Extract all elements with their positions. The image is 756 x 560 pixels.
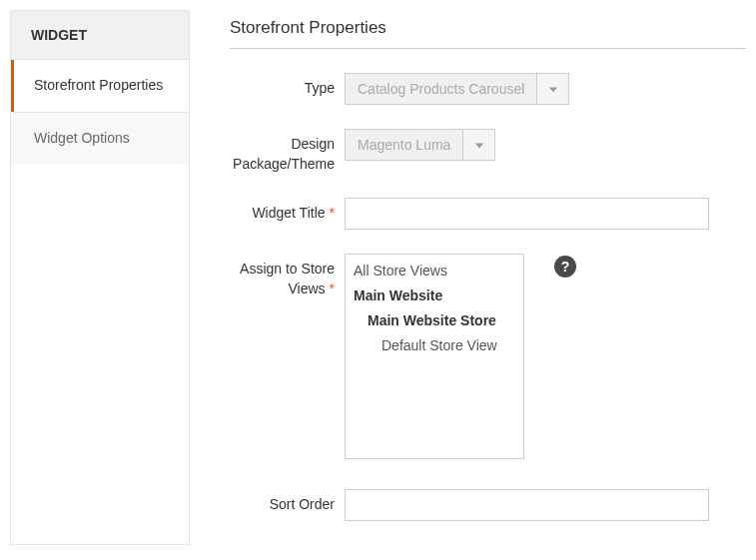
select-type[interactable]: Catalog Products Carousel <box>345 73 569 105</box>
sidebar-tab-widget-options[interactable]: Widget Options <box>11 112 189 165</box>
select-type-value: Catalog Products Carousel <box>346 74 536 104</box>
input-sort-order[interactable] <box>345 489 709 521</box>
chevron-down-icon <box>549 81 557 97</box>
sidebar-header: WIDGET <box>11 11 189 60</box>
field-row-type: Type Catalog Products Carousel <box>230 73 746 105</box>
help-icon[interactable]: ? <box>554 256 576 278</box>
label-widget-title: Widget Title* <box>230 198 345 224</box>
listbox-store-views[interactable]: All Store Views Main Website Main Websit… <box>345 254 524 459</box>
select-theme-toggle[interactable] <box>462 130 494 160</box>
input-widget-title[interactable] <box>345 198 709 230</box>
select-theme-value: Magento Luma <box>346 130 462 160</box>
select-type-toggle[interactable] <box>536 74 568 104</box>
chevron-down-icon <box>475 137 483 153</box>
required-mark: * <box>330 205 335 221</box>
field-row-sort-order: Sort Order <box>230 489 746 521</box>
field-row-widget-title: Widget Title* <box>230 198 746 230</box>
listbox-option-all-store-views[interactable]: All Store Views <box>346 259 523 283</box>
sidebar-tab-storefront-properties[interactable]: Storefront Properties <box>11 60 189 112</box>
listbox-option-default-store-view[interactable]: Default Store View <box>346 333 523 358</box>
listbox-option-main-website-store[interactable]: Main Website Store <box>346 308 523 333</box>
label-type: Type <box>230 73 345 99</box>
listbox-option-main-website[interactable]: Main Website <box>346 283 523 308</box>
required-mark: * <box>330 280 335 296</box>
main-panel: Storefront Properties Type Catalog Produ… <box>190 10 746 545</box>
label-sort-order: Sort Order <box>230 489 345 515</box>
select-theme[interactable]: Magento Luma <box>345 129 495 161</box>
label-store-views: Assign to Store Views* <box>230 254 345 298</box>
sidebar: WIDGET Storefront Properties Widget Opti… <box>10 10 190 545</box>
label-theme: Design Package/Theme <box>230 129 345 174</box>
section-title: Storefront Properties <box>230 18 746 49</box>
field-row-store-views: Assign to Store Views* All Store Views M… <box>230 254 746 459</box>
field-row-theme: Design Package/Theme Magento Luma <box>230 129 746 174</box>
